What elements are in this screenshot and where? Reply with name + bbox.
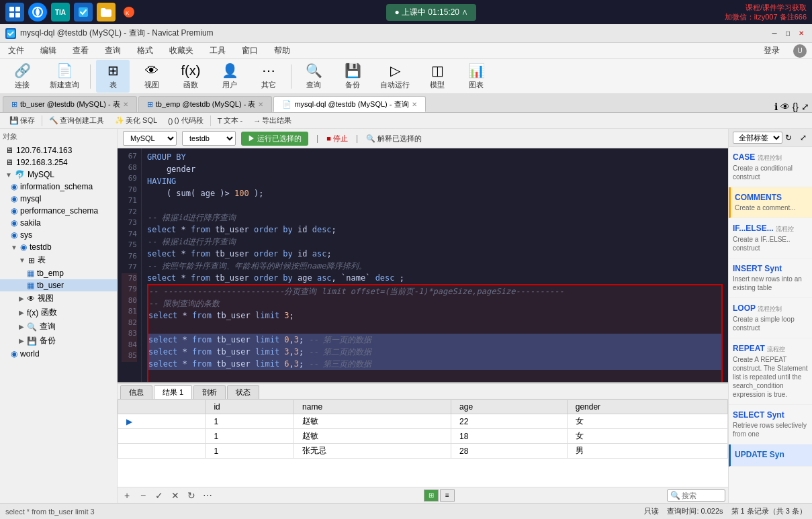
close-button[interactable]: ✕ (796, 28, 807, 39)
sidebar-connection-1[interactable]: 🖥 120.76.174.163 (0, 144, 117, 156)
toolbar-model[interactable]: ◫ 模型 (420, 60, 454, 93)
tab-close-3[interactable]: ✕ (412, 101, 417, 108)
snippet-case[interactable]: CASE 流程控制 Create a conditional construct (729, 147, 812, 187)
beautify-button[interactable]: ✨ 美化 SQL (111, 114, 161, 127)
cross-button[interactable]: ✕ (169, 489, 182, 502)
code-content[interactable]: GROUP BY gender HAVING ( sum( age )> 100… (142, 148, 728, 382)
snippet-update[interactable]: UPDATE Syn (729, 444, 812, 467)
toolbar-view[interactable]: 👁 视图 (135, 60, 169, 93)
toolbar-user[interactable]: 👤 用户 (213, 60, 246, 93)
menu-format[interactable]: 格式 (134, 44, 156, 58)
save-button[interactable]: 💾 保存 (5, 114, 39, 127)
toolbar-backup[interactable]: 💾 备份 (336, 60, 369, 93)
sidebar-connection-2[interactable]: 🖥 192.168.3.254 (0, 156, 117, 169)
toolbar-connect[interactable]: 🔗 连接 (5, 60, 39, 93)
tab-tb-user[interactable]: ⊞ tb_user @testdb (MySQL) - 表 ✕ (3, 96, 137, 112)
tab-close-1[interactable]: ✕ (123, 101, 128, 108)
tab-mysql-dql[interactable]: 📄 mysql-dql @testdb (MySQL) - 查询 ✕ (273, 96, 425, 112)
grid-view-button[interactable]: ⊞ (424, 489, 439, 502)
search-input[interactable] (682, 491, 722, 500)
form-view-button[interactable]: ≡ (440, 489, 455, 502)
snippet-loop[interactable]: LOOP 流程控制 Create a simple loop construct (729, 298, 812, 338)
menu-favorites[interactable]: 收藏夹 (167, 44, 196, 58)
col-header-id[interactable]: id (206, 400, 294, 414)
menu-view[interactable]: 查看 (70, 44, 91, 58)
expand-snippets-button[interactable]: ⤢ (797, 132, 809, 144)
tags-dropdown[interactable]: 全部标签 (733, 132, 782, 144)
engine-select[interactable]: MySQL (123, 131, 177, 146)
sidebar-tb-emp[interactable]: ▦ tb_emp (0, 267, 117, 279)
snippet-comments[interactable]: COMMENTS Create a comment... (729, 187, 812, 218)
search-box[interactable]: 🔍 (667, 489, 725, 502)
result-tab-result1[interactable]: 结果 1 (154, 385, 192, 399)
snippet-ifelse[interactable]: IF...ELSE... 流程控 Create a IF..ELSE.. con… (729, 218, 812, 258)
refresh-button[interactable]: ↻ (185, 489, 198, 502)
taskbar-icon-navicat[interactable] (74, 3, 93, 21)
snippet-repeat[interactable]: REPEAT 流程控 Create A REPEAT construct. Th… (729, 338, 812, 405)
toolbar-auto-run[interactable]: ▷ 自动运行 (375, 60, 415, 93)
menu-tools[interactable]: 工具 (207, 44, 228, 58)
taskbar-clock[interactable]: ● 上课中 01:15:20 ∧ (386, 4, 476, 21)
result-tab-profile[interactable]: 剖析 (193, 385, 226, 399)
sidebar-db-sys[interactable]: ◉ sys (0, 229, 117, 241)
explain-button[interactable]: 🔍 解释已选择的 (366, 134, 422, 144)
menu-login[interactable]: 登录 (761, 44, 782, 58)
sidebar-db-world[interactable]: ◉ world (0, 348, 117, 360)
export-button[interactable]: → 导出结果 (249, 114, 296, 127)
code-icon[interactable]: {} (793, 101, 799, 112)
sidebar-db-mysql[interactable]: ◉ mysql (0, 193, 117, 205)
toolbar-new-query[interactable]: 📄 新建查询 (44, 60, 85, 93)
text-button[interactable]: T 文本 - (214, 114, 246, 127)
menu-edit[interactable]: 编辑 (38, 44, 59, 58)
refresh-snippets-button[interactable]: ↻ (782, 132, 795, 144)
taskbar-icon-folder[interactable] (97, 3, 116, 21)
toolbar-other[interactable]: ⋯ 其它 (252, 60, 285, 93)
sidebar-backups[interactable]: ▶ 💾 备份 (0, 334, 117, 348)
snippet-select[interactable]: SELECT Synt Retrieve rows selectively fr… (729, 405, 812, 444)
menu-window[interactable]: 窗口 (239, 44, 261, 58)
taskbar-icon-siemens[interactable]: TIA (51, 3, 70, 21)
result-tab-status[interactable]: 状态 (227, 385, 259, 399)
snippet-insert[interactable]: INSERT Synt Insert new rows into an exis… (729, 258, 812, 298)
menu-file[interactable]: 文件 (5, 44, 27, 58)
toolbar-function[interactable]: f(x) 函数 (174, 60, 208, 93)
result-tab-info[interactable]: 信息 (120, 385, 152, 399)
maximize-button[interactable]: □ (782, 28, 793, 39)
toolbar-chart[interactable]: 📊 图表 (459, 60, 493, 93)
sidebar-queries[interactable]: ▶ 🔍 查询 (0, 320, 117, 334)
sidebar-db-perf[interactable]: ◉ performance_schema (0, 205, 117, 217)
sidebar-views[interactable]: ▶ 👁 视图 (0, 291, 117, 305)
tab-close-2[interactable]: ✕ (258, 101, 263, 108)
sidebar-db-info[interactable]: ◉ information_schema (0, 181, 117, 193)
expand-icon[interactable]: ⤢ (801, 101, 809, 112)
sidebar-mysql[interactable]: ▼ 🐬 MySQL (0, 169, 117, 181)
menu-help[interactable]: 帮助 (271, 44, 293, 58)
col-header-name[interactable]: name (294, 400, 451, 414)
taskbar-icon-1[interactable] (5, 3, 24, 21)
toolbar-table[interactable]: ⊞ 表 (96, 60, 130, 93)
info-icon[interactable]: ℹ (774, 101, 778, 112)
sidebar-tb-user[interactable]: ▦ tb_user (0, 279, 117, 291)
run-button[interactable]: ▶ 运行已选择的 (241, 132, 308, 146)
minimize-button[interactable]: ─ (769, 28, 780, 39)
tick-button[interactable]: ✓ (152, 489, 166, 502)
sidebar-tables[interactable]: ▼ ⊞ 表 (0, 253, 117, 267)
code-editor[interactable]: 67 68 69 70 71 72 73 74 75 76 77 78 79 8… (118, 148, 728, 382)
eye-icon[interactable]: 👁 (780, 101, 790, 112)
query-builder-button[interactable]: 🔨 查询创建工具 (45, 114, 108, 127)
add-record-button[interactable]: + (120, 489, 134, 502)
minus-button[interactable]: − (136, 489, 150, 502)
sidebar-db-testdb[interactable]: ▼ ◉ testdb (0, 241, 117, 253)
col-header-gender[interactable]: gender (567, 400, 727, 414)
sidebar-db-sakila[interactable]: ◉ sakila (0, 217, 117, 229)
taskbar-icon-kepware[interactable]: K (120, 3, 138, 21)
toolbar-query-btn[interactable]: 🔍 查询 (297, 60, 330, 93)
database-select[interactable]: testdb (182, 131, 236, 146)
code-snippet-button[interactable]: () () 代码段 (164, 114, 208, 127)
menu-query[interactable]: 查询 (102, 44, 124, 58)
tab-tb-emp[interactable]: ⊞ tb_emp @testdb (MySQL) - 表 ✕ (138, 96, 273, 112)
taskbar-icon-browser[interactable] (28, 3, 47, 21)
sidebar-functions[interactable]: ▶ f(x) 函数 (0, 305, 117, 320)
more-button[interactable]: ⋯ (201, 489, 214, 502)
stop-button[interactable]: ■ 停止 (326, 134, 348, 144)
